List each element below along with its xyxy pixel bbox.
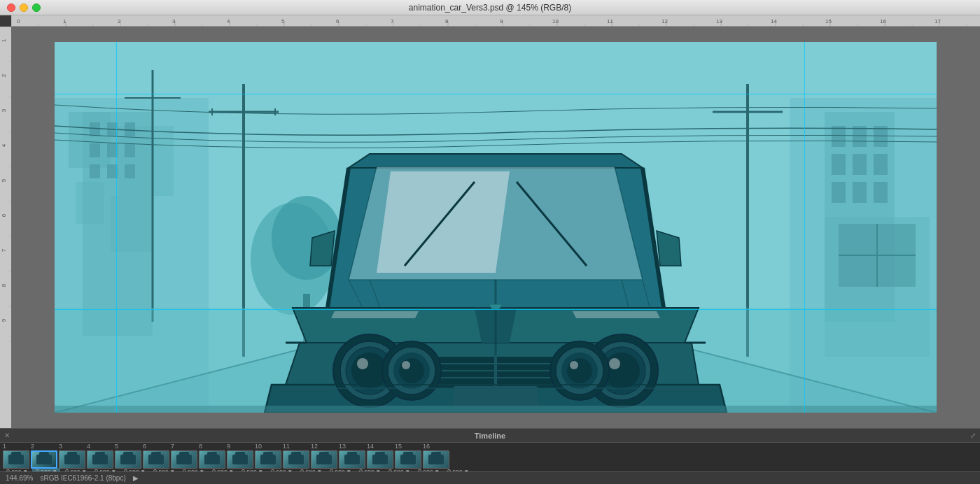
frame-9[interactable]: 9 <box>227 443 253 469</box>
frame-10[interactable]: 10 <box>255 443 281 469</box>
svg-text:4: 4 <box>227 18 230 24</box>
timeline-header: ✕ Timeline ⤢ <box>0 429 980 443</box>
svg-text:15: 15 <box>825 18 832 24</box>
svg-rect-99 <box>832 182 846 203</box>
svg-text:4: 4 <box>1 143 7 147</box>
svg-rect-88 <box>90 164 100 178</box>
ruler-top: 0 1 2 3 4 5 6 7 8 9 10 11 12 13 14 15 16… <box>11 15 980 27</box>
svg-text:7: 7 <box>1 248 7 252</box>
svg-rect-100 <box>853 182 867 203</box>
frame-5[interactable]: 5 <box>115 443 141 469</box>
svg-rect-86 <box>107 143 118 157</box>
svg-rect-55 <box>0 27 11 428</box>
svg-rect-96 <box>832 154 846 175</box>
svg-text:9: 9 <box>500 18 503 24</box>
frame-8[interactable]: 8 <box>199 443 225 469</box>
svg-text:14: 14 <box>771 18 777 24</box>
titlebar: animation_car_Vers3.psd @ 145% (RGB/8) <box>0 0 980 15</box>
svg-point-147 <box>570 361 578 369</box>
svg-rect-89 <box>107 164 118 178</box>
frame-16[interactable]: 16 <box>423 443 449 469</box>
svg-rect-84 <box>125 122 135 136</box>
color-profile: sRGB IEC61966-2.1 (8bpc) <box>40 474 125 482</box>
svg-text:2: 2 <box>118 18 121 24</box>
svg-text:3: 3 <box>1 108 7 112</box>
canvas-area[interactable] <box>11 27 980 428</box>
svg-text:12: 12 <box>662 18 668 24</box>
svg-text:16: 16 <box>880 18 886 24</box>
frame-11[interactable]: 11 <box>283 443 309 469</box>
svg-text:6: 6 <box>1 213 7 217</box>
svg-text:9: 9 <box>1 318 7 322</box>
svg-text:8: 8 <box>445 18 449 24</box>
ruler-left: 1 2 3 4 5 6 7 8 9 <box>0 27 11 428</box>
svg-text:10: 10 <box>552 18 559 24</box>
svg-text:5: 5 <box>281 18 285 24</box>
frame-4[interactable]: 4 <box>87 443 113 469</box>
svg-rect-150 <box>454 386 538 407</box>
svg-rect-90 <box>125 164 135 178</box>
svg-rect-93 <box>832 126 846 147</box>
svg-text:2: 2 <box>1 73 7 77</box>
frames-row: 1 2 3 4 <box>0 443 980 468</box>
svg-text:6: 6 <box>336 18 340 24</box>
svg-rect-97 <box>853 154 867 175</box>
frame-6[interactable]: 6 <box>143 443 169 469</box>
frame-13[interactable]: 13 <box>339 443 365 469</box>
minimize-button[interactable] <box>20 3 28 12</box>
svg-text:0: 0 <box>17 18 20 24</box>
svg-point-142 <box>609 358 620 369</box>
window-controls <box>7 3 41 12</box>
frame-7[interactable]: 7 <box>171 443 197 469</box>
svg-text:5: 5 <box>1 178 7 182</box>
svg-text:7: 7 <box>391 18 394 24</box>
svg-point-136 <box>399 358 424 383</box>
svg-rect-82 <box>90 122 100 136</box>
svg-text:13: 13 <box>716 18 722 24</box>
svg-point-146 <box>567 358 592 383</box>
svg-text:3: 3 <box>172 18 176 24</box>
svg-rect-85 <box>90 143 100 157</box>
svg-text:17: 17 <box>934 18 941 24</box>
svg-text:11: 11 <box>607 18 613 24</box>
status-arrow[interactable]: ▶ <box>133 474 139 482</box>
close-button[interactable] <box>7 3 15 12</box>
frame-2[interactable]: 2 <box>31 443 57 469</box>
svg-rect-0 <box>11 15 980 27</box>
frame-15[interactable]: 15 <box>395 443 421 469</box>
svg-text:1: 1 <box>1 38 7 42</box>
timeline-title: Timeline <box>475 432 505 440</box>
svg-rect-98 <box>874 154 888 175</box>
frame-3[interactable]: 3 <box>59 443 85 469</box>
svg-text:8: 8 <box>1 283 7 287</box>
svg-rect-151 <box>55 406 937 413</box>
status-bar: 144.69% sRGB IEC61966-2.1 (8bpc) ▶ <box>0 471 980 484</box>
frame-14[interactable]: 14 <box>367 443 393 469</box>
frame-1[interactable]: 1 <box>3 443 29 469</box>
svg-rect-87 <box>125 143 135 157</box>
svg-text:1: 1 <box>63 18 66 24</box>
zoom-level: 144.69% <box>6 474 33 482</box>
timeline-expand-button[interactable]: ⤢ <box>970 432 976 439</box>
window-title: animation_car_Vers3.psd @ 145% (RGB/8) <box>409 3 571 13</box>
svg-point-132 <box>357 358 368 369</box>
maximize-button[interactable] <box>32 3 41 12</box>
frame-12[interactable]: 12 <box>311 443 337 469</box>
timeline-close-button[interactable]: ✕ <box>4 432 10 439</box>
canvas-content <box>55 42 937 413</box>
svg-point-137 <box>402 361 410 369</box>
svg-rect-101 <box>874 182 888 203</box>
